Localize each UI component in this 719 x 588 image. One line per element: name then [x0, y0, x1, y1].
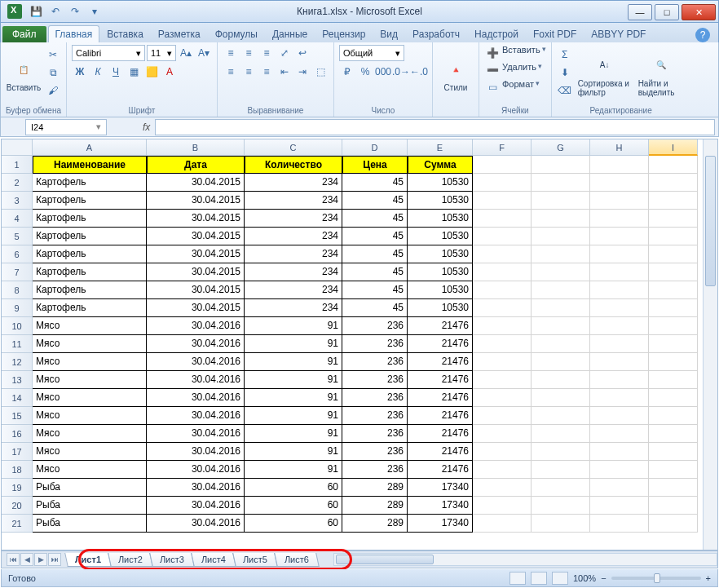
cell[interactable]: 10530 [408, 299, 473, 317]
cell[interactable] [590, 425, 649, 443]
cell[interactable]: Картофель [33, 174, 147, 192]
cell[interactable] [590, 228, 649, 245]
row-header[interactable]: 8 [2, 281, 33, 299]
fill-color-icon[interactable]: 🟨 [143, 64, 160, 80]
percent-icon[interactable]: % [357, 64, 373, 80]
cell[interactable]: 30.04.2016 [147, 353, 245, 371]
italic-icon[interactable]: К [90, 64, 106, 80]
cell[interactable]: 236 [342, 335, 408, 353]
cell[interactable] [590, 443, 649, 461]
cell[interactable] [590, 174, 649, 192]
fx-icon[interactable]: fx [143, 122, 150, 133]
cell[interactable]: 10530 [408, 263, 473, 281]
paste-button[interactable]: 📋 Вставить [6, 45, 42, 104]
cell[interactable]: Картофель [33, 210, 147, 228]
cell[interactable] [649, 263, 698, 281]
insert-cells-button[interactable]: Вставить [502, 45, 540, 61]
cell[interactable]: 91 [245, 317, 342, 335]
insert-cells-icon[interactable]: ➕ [484, 45, 501, 61]
cell[interactable] [532, 299, 590, 317]
cell[interactable]: Сумма [408, 156, 473, 174]
cell[interactable]: 30.04.2015 [147, 210, 245, 228]
cell[interactable]: 234 [245, 299, 342, 317]
cell[interactable] [532, 425, 590, 443]
cell[interactable] [532, 515, 590, 533]
cell[interactable] [649, 192, 698, 210]
cell[interactable]: Дата [147, 156, 245, 174]
cell[interactable] [649, 210, 698, 228]
cell[interactable]: 236 [342, 407, 408, 425]
cell[interactable] [590, 461, 649, 479]
column-header-A[interactable]: A [33, 139, 147, 156]
increase-decimal-icon[interactable]: .0→ [393, 64, 409, 80]
cell[interactable]: 45 [342, 263, 408, 281]
cell[interactable] [649, 371, 698, 389]
cell[interactable] [590, 245, 649, 263]
view-normal-icon[interactable] [509, 572, 526, 585]
cell[interactable]: 10530 [408, 210, 473, 228]
cell[interactable] [649, 425, 698, 443]
column-header-E[interactable]: E [408, 139, 473, 156]
cell[interactable]: 30.04.2016 [147, 479, 245, 497]
find-select-button[interactable]: 🔍 Найти и выделить [637, 45, 686, 104]
row-header[interactable]: 13 [2, 371, 33, 389]
decrease-font-icon[interactable]: A▾ [196, 45, 212, 61]
cell[interactable]: 234 [245, 174, 342, 192]
column-header-D[interactable]: D [342, 139, 408, 156]
increase-font-icon[interactable]: A▴ [178, 45, 194, 61]
cell[interactable]: 289 [342, 515, 408, 533]
wrap-text-icon[interactable]: ↩ [294, 45, 311, 61]
cell[interactable] [532, 335, 590, 353]
cell[interactable] [590, 497, 649, 515]
orientation-icon[interactable]: ⤢ [276, 45, 293, 61]
redo-icon[interactable]: ↷ [68, 4, 82, 19]
ribbon-tab-разметка[interactable]: Разметка [151, 25, 208, 42]
underline-icon[interactable]: Ч [108, 64, 124, 80]
view-pagebreak-icon[interactable] [552, 572, 568, 585]
row-header[interactable]: 3 [2, 192, 33, 210]
merge-icon[interactable]: ⬚ [312, 64, 329, 80]
cell[interactable] [473, 263, 532, 281]
cell[interactable]: 21476 [408, 407, 473, 425]
cell[interactable] [473, 389, 532, 407]
cell[interactable]: 236 [342, 389, 408, 407]
row-header[interactable]: 2 [2, 174, 33, 192]
cell[interactable] [473, 192, 532, 210]
cell[interactable] [532, 281, 590, 299]
cell[interactable] [532, 353, 590, 371]
delete-cells-button[interactable]: Удалить [502, 62, 536, 78]
row-header[interactable]: 11 [2, 335, 33, 353]
cell[interactable]: 10530 [408, 245, 473, 263]
cell[interactable]: 236 [342, 317, 408, 335]
cell[interactable] [532, 156, 590, 174]
cell[interactable]: 30.04.2015 [147, 228, 245, 245]
ribbon-tab-abbyy pdf[interactable]: ABBYY PDF [584, 25, 653, 42]
cell[interactable]: 91 [245, 425, 342, 443]
cell[interactable] [473, 515, 532, 533]
cell[interactable] [532, 497, 590, 515]
horizontal-scrollbar[interactable] [333, 553, 717, 566]
zoom-out-icon[interactable]: − [601, 573, 606, 583]
ribbon-tab-надстрой[interactable]: Надстрой [467, 25, 526, 42]
cell[interactable] [649, 461, 698, 479]
cell[interactable]: Цена [342, 156, 408, 174]
row-header[interactable]: 16 [2, 425, 33, 443]
cell[interactable] [532, 210, 590, 228]
cell[interactable] [649, 317, 698, 335]
cell[interactable] [532, 407, 590, 425]
cell[interactable]: 45 [342, 192, 408, 210]
increase-indent-icon[interactable]: ⇥ [294, 64, 311, 80]
cell[interactable]: 30.04.2015 [147, 174, 245, 192]
cell[interactable]: 21476 [408, 389, 473, 407]
cell[interactable]: 10530 [408, 192, 473, 210]
cell[interactable] [473, 174, 532, 192]
zoom-thumb[interactable] [654, 573, 660, 583]
cell[interactable]: Картофель [33, 228, 147, 245]
cell[interactable] [473, 335, 532, 353]
cell[interactable]: Рыба [33, 515, 147, 533]
cut-icon[interactable]: ✂ [45, 46, 61, 63]
cell[interactable]: 234 [245, 245, 342, 263]
cell[interactable] [532, 192, 590, 210]
cell[interactable] [649, 515, 698, 533]
decrease-indent-icon[interactable]: ⇤ [276, 64, 293, 80]
